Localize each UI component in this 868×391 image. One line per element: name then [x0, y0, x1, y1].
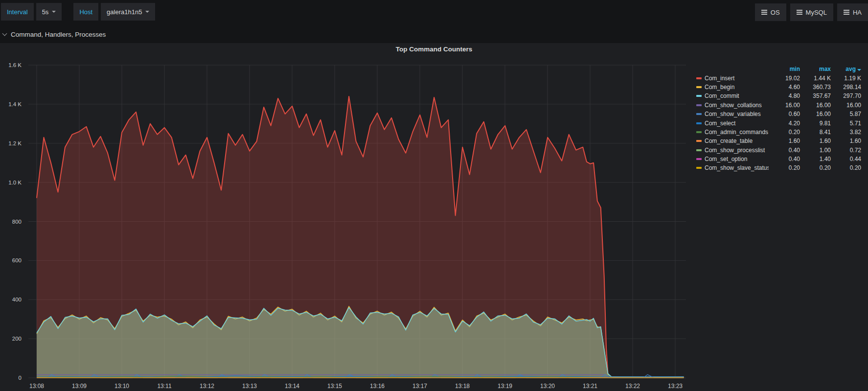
legend-min-value: 0.60: [769, 111, 800, 117]
legend-color-swatch[interactable]: [696, 149, 702, 151]
legend-avg-value: 3.82: [831, 129, 861, 136]
svg-text:1.6 K: 1.6 K: [8, 62, 22, 68]
legend-series-name[interactable]: Com_commit: [705, 92, 769, 99]
legend-color-swatch[interactable]: [696, 86, 702, 88]
svg-text:13:21: 13:21: [583, 383, 597, 390]
legend-sort-max[interactable]: max: [800, 66, 831, 72]
legend-avg-value: 5.87: [831, 111, 861, 117]
legend-color-swatch[interactable]: [696, 158, 702, 160]
legend-color-swatch[interactable]: [696, 77, 702, 79]
svg-text:13:23: 13:23: [668, 383, 683, 390]
svg-text:1.0 K: 1.0 K: [8, 180, 22, 185]
legend-min-value: 1.60: [769, 138, 800, 144]
legend-min-value: 19.02: [769, 75, 800, 82]
legend-row[interactable]: Com_select4.209.815.71: [695, 118, 861, 127]
svg-text:13:11: 13:11: [157, 383, 171, 390]
legend-min-value: 4.20: [769, 120, 800, 127]
legend-series-name[interactable]: Com_show_processlist: [705, 147, 769, 154]
legend-row[interactable]: Com_admin_commands0.208.413.82: [695, 128, 861, 137]
svg-text:1.4 K: 1.4 K: [8, 101, 22, 107]
legend-series-name[interactable]: Com_show_variables: [705, 111, 769, 117]
legend-table: min max avg Com_insert19.021.44 K1.19 KC…: [695, 65, 861, 173]
legend-max-value: 8.41: [800, 129, 831, 136]
legend-color-swatch[interactable]: [696, 95, 702, 97]
legend-min-value: 0.20: [769, 164, 800, 171]
svg-text:13:15: 13:15: [327, 383, 342, 390]
legend-rows: Com_insert19.021.44 K1.19 KCom_begin4.60…: [695, 73, 861, 172]
legend-avg-value: 5.71: [831, 120, 861, 127]
legend-min-value: 16.00: [769, 102, 800, 109]
legend-max-value: 1.44 K: [800, 75, 831, 82]
legend-color-swatch[interactable]: [696, 113, 702, 115]
legend-row[interactable]: Com_show_variables0.6016.005.87: [695, 110, 861, 118]
legend-min-value: 4.60: [769, 84, 800, 91]
legend-max-value: 1.60: [800, 138, 831, 144]
legend-max-value: 357.67: [800, 92, 831, 99]
legend-color-swatch[interactable]: [696, 104, 702, 106]
legend-avg-value: 298.14: [831, 84, 861, 91]
legend-max-value: 0.20: [800, 164, 831, 171]
svg-text:1.2 K: 1.2 K: [8, 140, 22, 146]
legend-row[interactable]: Com_show_slave_status0.200.200.20: [695, 163, 861, 172]
legend-max-value: 360.73: [800, 84, 831, 91]
legend-avg-value: 1.19 K: [831, 75, 861, 82]
legend-row[interactable]: Com_commit4.80357.67297.70: [695, 92, 861, 100]
sort-caret-icon: [857, 69, 861, 71]
legend-series-name[interactable]: Com_select: [705, 120, 769, 127]
legend-series-name[interactable]: Com_set_option: [705, 156, 769, 162]
legend-max-value: 16.00: [800, 102, 831, 109]
legend-avg-value: 1.60: [831, 138, 861, 144]
legend-row[interactable]: Com_set_option0.401.400.44: [695, 155, 861, 163]
svg-text:13:10: 13:10: [114, 383, 129, 390]
svg-text:13:22: 13:22: [625, 383, 640, 390]
legend-avg-value: 0.44: [831, 156, 861, 162]
legend-avg-value: 297.70: [831, 92, 861, 99]
svg-text:13:19: 13:19: [498, 383, 512, 390]
svg-text:600: 600: [12, 257, 22, 263]
legend-row[interactable]: Com_create_table1.601.601.60: [695, 137, 861, 145]
svg-text:13:16: 13:16: [370, 383, 385, 390]
legend-sort-min[interactable]: min: [769, 66, 800, 72]
legend-max-value: 16.00: [800, 111, 831, 117]
legend-row[interactable]: Com_show_processlist0.401.000.72: [695, 146, 861, 155]
legend-color-swatch[interactable]: [696, 122, 702, 124]
legend-header-row: min max avg: [695, 65, 861, 73]
legend-row[interactable]: Com_show_collations16.0016.0016.00: [695, 101, 861, 110]
legend-series-name[interactable]: Com_begin: [705, 84, 769, 91]
svg-text:13:18: 13:18: [455, 383, 470, 390]
svg-text:13:13: 13:13: [242, 383, 257, 390]
legend-avg-value: 0.72: [831, 147, 861, 154]
legend-series-name[interactable]: Com_admin_commands: [705, 129, 769, 136]
legend-max-value: 1.40: [800, 156, 831, 162]
svg-text:13:08: 13:08: [29, 383, 44, 390]
legend-series-name[interactable]: Com_insert: [705, 75, 769, 82]
legend-avg-value: 0.20: [831, 164, 861, 171]
legend-row[interactable]: Com_begin4.60360.73298.14: [695, 83, 861, 92]
legend-avg-value: 16.00: [831, 102, 861, 109]
svg-text:800: 800: [12, 219, 22, 225]
legend-series-name[interactable]: Com_show_slave_status: [705, 164, 769, 171]
legend-sort-avg[interactable]: avg: [831, 66, 861, 72]
legend-color-swatch[interactable]: [696, 131, 702, 133]
legend-min-value: 0.40: [769, 147, 800, 154]
legend-max-value: 9.81: [800, 120, 831, 127]
svg-text:13:14: 13:14: [285, 383, 299, 390]
legend-series-name[interactable]: Com_create_table: [705, 138, 769, 144]
legend-color-swatch[interactable]: [696, 140, 702, 142]
legend-min-value: 4.80: [769, 92, 800, 99]
svg-text:13:17: 13:17: [412, 383, 427, 390]
legend-color-swatch[interactable]: [696, 167, 702, 169]
panel-top-command-counters: Top Command Counters 02004006008001.0 K1…: [0, 43, 868, 391]
legend-row[interactable]: Com_insert19.021.44 K1.19 K: [695, 73, 861, 82]
svg-text:13:20: 13:20: [540, 383, 555, 390]
chart-canvas[interactable]: 02004006008001.0 K1.2 K1.4 K1.6 K13:0813…: [0, 0, 868, 391]
legend-min-value: 0.40: [769, 156, 800, 162]
svg-text:13:09: 13:09: [72, 383, 87, 390]
legend-series-name[interactable]: Com_show_collations: [705, 102, 769, 109]
legend-min-value: 0.20: [769, 129, 800, 136]
svg-text:0: 0: [19, 375, 22, 381]
svg-text:400: 400: [12, 297, 22, 302]
grafana-dashboard: Interval 5s Host galera1h1n5 OS MySQL: [0, 0, 868, 391]
legend-max-value: 1.00: [800, 147, 831, 154]
svg-text:13:12: 13:12: [200, 383, 214, 390]
